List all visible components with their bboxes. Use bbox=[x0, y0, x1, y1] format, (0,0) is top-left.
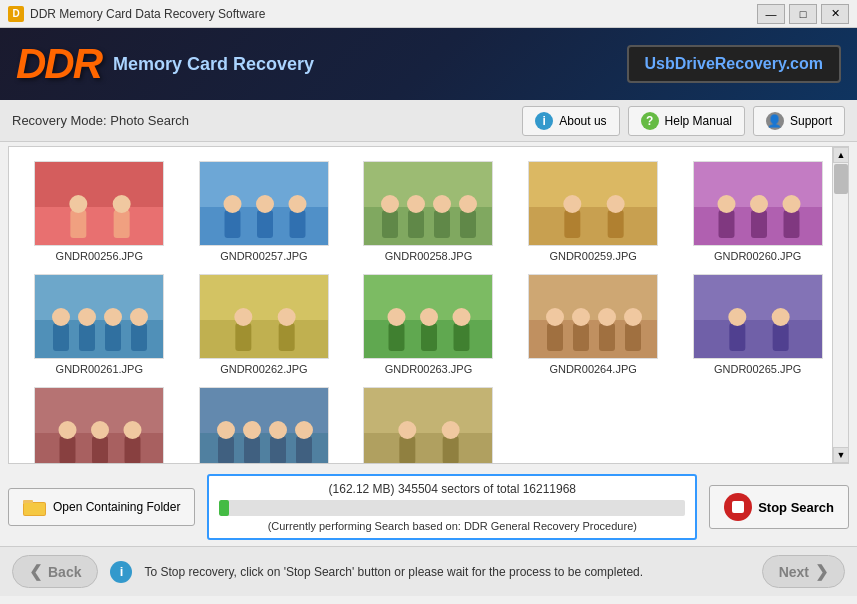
svg-point-3 bbox=[70, 195, 88, 213]
photo-item[interactable]: GNDR00266.JPG bbox=[17, 381, 182, 463]
svg-rect-20 bbox=[434, 210, 450, 238]
stop-icon bbox=[724, 493, 752, 521]
svg-rect-82 bbox=[92, 436, 108, 463]
svg-point-29 bbox=[607, 195, 625, 213]
svg-point-81 bbox=[59, 421, 77, 439]
photo-label: GNDR00262.JPG bbox=[220, 363, 307, 375]
svg-rect-76 bbox=[772, 323, 788, 351]
svg-rect-98 bbox=[400, 436, 416, 463]
svg-point-19 bbox=[407, 195, 425, 213]
svg-rect-2 bbox=[71, 210, 87, 238]
photo-label: GNDR00265.JPG bbox=[714, 363, 801, 375]
about-button[interactable]: i About us bbox=[522, 106, 619, 136]
close-button[interactable]: ✕ bbox=[821, 4, 849, 24]
svg-point-13 bbox=[288, 195, 306, 213]
maximize-button[interactable]: □ bbox=[789, 4, 817, 24]
svg-rect-49 bbox=[200, 275, 329, 320]
scroll-down-arrow[interactable]: ▼ bbox=[833, 447, 849, 463]
svg-rect-40 bbox=[53, 323, 69, 351]
svg-point-37 bbox=[782, 195, 800, 213]
scrollbar-thumb[interactable] bbox=[834, 164, 848, 194]
support-icon: 👤 bbox=[766, 112, 784, 130]
scroll-up-arrow[interactable]: ▲ bbox=[833, 147, 849, 163]
svg-point-57 bbox=[388, 308, 406, 326]
photo-thumbnail bbox=[528, 274, 658, 359]
minimize-button[interactable]: — bbox=[757, 4, 785, 24]
chevron-right-icon: ❯ bbox=[815, 562, 828, 581]
photo-label: GNDR00258.JPG bbox=[385, 250, 472, 262]
svg-point-9 bbox=[223, 195, 241, 213]
photo-thumbnail bbox=[34, 387, 164, 463]
progress-box: (162.12 MB) 345504 sectors of total 1621… bbox=[207, 474, 697, 540]
photo-thumbnail bbox=[363, 161, 493, 246]
photo-item[interactable]: GNDR00267.JPG bbox=[182, 381, 347, 463]
photo-thumbnail bbox=[34, 161, 164, 246]
recovery-mode-label: Recovery Mode: Photo Search bbox=[12, 113, 189, 128]
app-icon: D bbox=[8, 6, 24, 22]
svg-rect-60 bbox=[454, 323, 470, 351]
svg-rect-52 bbox=[279, 323, 295, 351]
svg-point-17 bbox=[381, 195, 399, 213]
svg-point-75 bbox=[728, 308, 746, 326]
folder-icon bbox=[23, 497, 47, 517]
photo-item[interactable]: GNDR00263.JPG bbox=[346, 268, 511, 381]
photo-thumbnail bbox=[528, 161, 658, 246]
svg-rect-32 bbox=[718, 210, 734, 238]
photo-item[interactable]: GNDR00264.JPG bbox=[511, 268, 676, 381]
next-button[interactable]: Next ❯ bbox=[762, 555, 845, 588]
photo-item[interactable]: GNDR00260.JPG bbox=[675, 155, 840, 268]
header: DDR Memory Card Recovery UsbDriveRecover… bbox=[0, 28, 857, 100]
support-button[interactable]: 👤 Support bbox=[753, 106, 845, 136]
help-button[interactable]: ? Help Manual bbox=[628, 106, 745, 136]
svg-point-41 bbox=[52, 308, 70, 326]
svg-rect-34 bbox=[751, 210, 767, 238]
photo-item[interactable]: GNDR00259.JPG bbox=[511, 155, 676, 268]
svg-rect-80 bbox=[60, 436, 76, 463]
svg-point-67 bbox=[572, 308, 590, 326]
photo-item[interactable]: GNDR00262.JPG bbox=[182, 268, 347, 381]
svg-point-61 bbox=[453, 308, 471, 326]
svg-point-89 bbox=[217, 421, 235, 439]
svg-point-93 bbox=[269, 421, 287, 439]
svg-point-21 bbox=[433, 195, 451, 213]
svg-point-47 bbox=[130, 308, 148, 326]
progress-bar-fill bbox=[219, 500, 228, 516]
photo-grid-container: GNDR00256.JPGGNDR00257.JPGGNDR00258.JPGG… bbox=[8, 146, 849, 464]
svg-point-101 bbox=[442, 421, 460, 439]
photo-thumbnail bbox=[199, 274, 329, 359]
svg-rect-46 bbox=[131, 323, 147, 351]
svg-point-11 bbox=[256, 195, 274, 213]
progress-sectors-text: (162.12 MB) 345504 sectors of total 1621… bbox=[219, 482, 685, 496]
photo-item[interactable]: GNDR00257.JPG bbox=[182, 155, 347, 268]
open-folder-button[interactable]: Open Containing Folder bbox=[8, 488, 195, 526]
svg-rect-88 bbox=[218, 436, 234, 463]
photo-item[interactable]: GNDR00268.JPG bbox=[346, 381, 511, 463]
photo-item[interactable]: GNDR00261.JPG bbox=[17, 268, 182, 381]
photo-label: GNDR00263.JPG bbox=[385, 363, 472, 375]
progress-area: Open Containing Folder (162.12 MB) 34550… bbox=[0, 468, 857, 546]
svg-point-71 bbox=[624, 308, 642, 326]
scrollbar[interactable]: ▲ ▼ bbox=[832, 147, 848, 463]
svg-rect-92 bbox=[270, 436, 286, 463]
photo-item[interactable]: GNDR00256.JPG bbox=[17, 155, 182, 268]
svg-rect-12 bbox=[289, 210, 305, 238]
stop-search-button[interactable]: Stop Search bbox=[709, 485, 849, 529]
svg-rect-10 bbox=[257, 210, 273, 238]
svg-rect-70 bbox=[625, 323, 641, 351]
svg-point-23 bbox=[459, 195, 477, 213]
svg-rect-84 bbox=[125, 436, 141, 463]
back-button[interactable]: ❮ Back bbox=[12, 555, 98, 588]
photo-label: GNDR00260.JPG bbox=[714, 250, 801, 262]
svg-rect-68 bbox=[599, 323, 615, 351]
svg-rect-8 bbox=[224, 210, 240, 238]
svg-rect-4 bbox=[114, 210, 130, 238]
chevron-left-icon: ❮ bbox=[29, 562, 42, 581]
photo-label: GNDR00256.JPG bbox=[56, 250, 143, 262]
photo-item[interactable]: GNDR00265.JPG bbox=[675, 268, 840, 381]
photo-item[interactable]: GNDR00258.JPG bbox=[346, 155, 511, 268]
svg-rect-74 bbox=[729, 323, 745, 351]
svg-rect-56 bbox=[389, 323, 405, 351]
progress-sub-text: (Currently performing Search based on: D… bbox=[219, 520, 685, 532]
svg-rect-36 bbox=[783, 210, 799, 238]
info-icon: i bbox=[535, 112, 553, 130]
